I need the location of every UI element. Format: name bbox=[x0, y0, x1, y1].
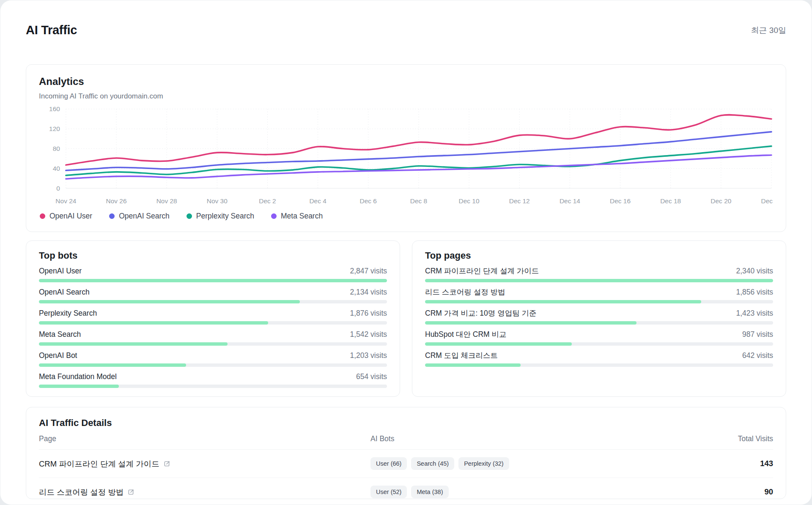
period-selector[interactable]: 최근 30일 bbox=[751, 25, 786, 36]
progress-track bbox=[39, 385, 387, 388]
legend-dot-icon bbox=[109, 213, 115, 219]
svg-text:Nov 30: Nov 30 bbox=[207, 197, 228, 205]
table-row: 리드 스코어링 설정 방법User (52)Meta (38)90 bbox=[39, 478, 773, 499]
chart-container: Nov 24Nov 26Nov 28Nov 30Dec 2Dec 4Dec 6D… bbox=[39, 103, 773, 208]
analytics-panel: Analytics Incoming AI Traffic on yourdom… bbox=[26, 64, 786, 232]
progress-track bbox=[425, 363, 773, 367]
progress-fill bbox=[425, 363, 521, 367]
page-header: AI Traffic 최근 30일 bbox=[0, 0, 812, 37]
legend-dot-icon bbox=[187, 213, 192, 219]
svg-text:Dec 12: Dec 12 bbox=[509, 197, 530, 205]
svg-text:80: 80 bbox=[53, 145, 60, 152]
progress-fill bbox=[39, 363, 186, 367]
item-visits: 1,542 visits bbox=[350, 330, 387, 339]
list-item: CRM 파이프라인 단계 설계 가이드2,340 visits bbox=[425, 267, 773, 282]
item-label: OpenAI User bbox=[39, 267, 82, 276]
top-pages-title: Top pages bbox=[425, 250, 773, 261]
item-visits: 987 visits bbox=[742, 330, 773, 339]
item-label: 리드 스코어링 설정 방법 bbox=[425, 288, 505, 297]
top-bots-card: Top bots OpenAI User2,847 visitsOpenAI S… bbox=[26, 240, 400, 397]
column-header-page: Page bbox=[39, 434, 370, 443]
svg-text:0: 0 bbox=[56, 185, 60, 192]
svg-text:Dec 10: Dec 10 bbox=[459, 197, 480, 205]
progress-fill bbox=[39, 300, 300, 303]
list-item: Perplexity Search1,876 visits bbox=[39, 309, 387, 325]
chart-legend: OpenAI UserOpenAI SearchPerplexity Searc… bbox=[39, 212, 773, 221]
analytics-subtitle: Incoming AI Traffic on yourdomain.com bbox=[39, 92, 773, 101]
progress-track bbox=[425, 300, 773, 303]
item-label: CRM 가격 비교: 10명 영업팀 기준 bbox=[425, 309, 537, 318]
cell-page: CRM 파이프라인 단계 설계 가이드 bbox=[39, 459, 370, 469]
item-label: Perplexity Search bbox=[39, 309, 97, 318]
progress-track bbox=[425, 321, 773, 325]
progress-track bbox=[39, 279, 387, 282]
svg-text:Dec 18: Dec 18 bbox=[660, 197, 681, 205]
cell-page: 리드 스코어링 설정 방법 bbox=[39, 487, 370, 497]
svg-text:160: 160 bbox=[49, 105, 60, 112]
item-visits: 1,876 visits bbox=[350, 309, 387, 318]
analytics-title: Analytics bbox=[39, 76, 773, 87]
table-row: CRM 파이프라인 단계 설계 가이드User (66)Search (45)P… bbox=[39, 450, 773, 478]
list-item: OpenAI Bot1,203 visits bbox=[39, 351, 387, 367]
list-item: OpenAI Search2,134 visits bbox=[39, 288, 387, 303]
progress-track bbox=[425, 342, 773, 346]
progress-track bbox=[39, 342, 387, 346]
cell-total-visits: 90 bbox=[701, 487, 773, 497]
item-visits: 1,423 visits bbox=[736, 309, 773, 318]
page-link[interactable]: CRM 파이프라인 단계 설계 가이드 bbox=[39, 459, 170, 469]
page-link-label: 리드 스코어링 설정 방법 bbox=[39, 487, 123, 497]
bot-badge: Perplexity (32) bbox=[458, 457, 509, 470]
progress-track bbox=[39, 300, 387, 303]
legend-dot-icon bbox=[40, 213, 45, 219]
list-item: Meta Foundation Model654 visits bbox=[39, 372, 387, 388]
legend-item-openai-search[interactable]: OpenAI Search bbox=[109, 212, 170, 221]
item-visits: 654 visits bbox=[356, 372, 387, 381]
legend-item-meta-search[interactable]: Meta Search bbox=[271, 212, 323, 221]
page-link-label: CRM 파이프라인 단계 설계 가이드 bbox=[39, 459, 159, 469]
legend-item-perplexity-search[interactable]: Perplexity Search bbox=[187, 212, 254, 221]
cell-ai-bots: User (66)Search (45)Perplexity (32) bbox=[370, 457, 701, 470]
svg-text:Dec 14: Dec 14 bbox=[560, 197, 580, 205]
ai-traffic-details-panel: AI Traffic Details Page AI Bots Total Vi… bbox=[26, 407, 786, 499]
progress-track bbox=[425, 279, 773, 282]
legend-label: OpenAI Search bbox=[119, 212, 170, 221]
svg-text:Dec 16: Dec 16 bbox=[610, 197, 631, 205]
item-label: CRM 도입 체크리스트 bbox=[425, 351, 498, 360]
legend-item-openai-user[interactable]: OpenAI User bbox=[40, 212, 92, 221]
legend-label: Meta Search bbox=[281, 212, 323, 221]
svg-text:Dec 8: Dec 8 bbox=[410, 197, 427, 205]
item-visits: 2,847 visits bbox=[350, 267, 387, 276]
external-link-icon bbox=[164, 461, 170, 467]
list-item: CRM 가격 비교: 10명 영업팀 기준1,423 visits bbox=[425, 309, 773, 325]
table-header: Page AI Bots Total Visits bbox=[39, 434, 773, 450]
item-label: HubSpot 대안 CRM 비교 bbox=[425, 330, 507, 339]
item-visits: 1,203 visits bbox=[350, 351, 387, 360]
item-label: OpenAI Search bbox=[39, 288, 90, 297]
traffic-line-chart: Nov 24Nov 26Nov 28Nov 30Dec 2Dec 4Dec 6D… bbox=[39, 103, 773, 208]
top-pages-list: CRM 파이프라인 단계 설계 가이드2,340 visits리드 스코어링 설… bbox=[425, 267, 773, 367]
svg-text:Dec 22: Dec 22 bbox=[761, 197, 773, 205]
list-item: 리드 스코어링 설정 방법1,856 visits bbox=[425, 288, 773, 303]
page-title: AI Traffic bbox=[26, 23, 77, 37]
ai-traffic-page: AI Traffic 최근 30일 Analytics Incoming AI … bbox=[0, 0, 812, 505]
summary-cards-row: Top bots OpenAI User2,847 visitsOpenAI S… bbox=[26, 240, 786, 397]
list-item: CRM 도입 체크리스트642 visits bbox=[425, 351, 773, 367]
column-header-ai-bots: AI Bots bbox=[370, 434, 701, 443]
table-body: CRM 파이프라인 단계 설계 가이드User (66)Search (45)P… bbox=[39, 450, 773, 499]
legend-label: Perplexity Search bbox=[196, 212, 254, 221]
list-item: Meta Search1,542 visits bbox=[39, 330, 387, 346]
details-title: AI Traffic Details bbox=[39, 418, 773, 429]
page-link[interactable]: 리드 스코어링 설정 방법 bbox=[39, 487, 134, 497]
progress-fill bbox=[425, 279, 773, 282]
svg-text:120: 120 bbox=[49, 125, 60, 132]
progress-track bbox=[39, 363, 387, 367]
item-label: Meta Search bbox=[39, 330, 81, 339]
progress-track bbox=[39, 321, 387, 325]
svg-text:Nov 28: Nov 28 bbox=[156, 197, 177, 205]
progress-fill bbox=[39, 321, 268, 325]
top-pages-card: Top pages CRM 파이프라인 단계 설계 가이드2,340 visit… bbox=[412, 240, 786, 397]
item-visits: 1,856 visits bbox=[736, 288, 773, 297]
progress-fill bbox=[39, 385, 119, 388]
item-visits: 2,134 visits bbox=[350, 288, 387, 297]
top-bots-title: Top bots bbox=[39, 250, 387, 261]
